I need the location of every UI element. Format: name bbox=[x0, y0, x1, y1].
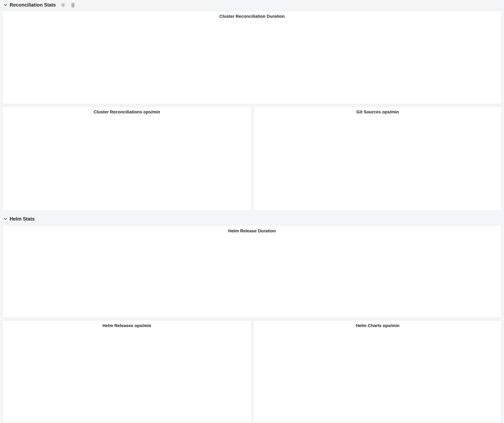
panel-title[interactable]: Git Sources ops/min bbox=[254, 110, 501, 114]
panel-helm-charts-opm: Helm Charts ops/min bbox=[254, 320, 502, 422]
gear-icon[interactable] bbox=[60, 2, 66, 8]
section-header-helm-stats[interactable]: Helm Stats bbox=[0, 214, 35, 224]
panel-title[interactable]: Helm Releases ops/min bbox=[3, 323, 251, 328]
panel-helm-releases-opm: Helm Releases ops/min bbox=[2, 320, 251, 422]
panel-title[interactable]: Cluster Reconciliation Duration bbox=[3, 14, 501, 19]
panel-title[interactable]: Cluster Reconciliations ops/min bbox=[3, 110, 251, 114]
panel-title[interactable]: Helm Release Duration bbox=[3, 229, 501, 234]
panel-git-sources-opm: Git Sources ops/min bbox=[254, 106, 502, 211]
grafana-dashboard: Reconciliation Stats Cluster Reconciliat… bbox=[0, 0, 504, 423]
section-title[interactable]: Helm Stats bbox=[10, 216, 35, 222]
chevron-down-icon[interactable] bbox=[4, 218, 7, 220]
chevron-down-icon[interactable] bbox=[4, 4, 7, 6]
panel-title[interactable]: Helm Charts ops/min bbox=[254, 323, 501, 328]
section-header-reconciliation-stats[interactable]: Reconciliation Stats bbox=[0, 0, 75, 10]
section-title[interactable]: Reconciliation Stats bbox=[10, 2, 56, 8]
panel-helm-release-duration: Helm Release Duration bbox=[2, 225, 502, 318]
panel-cluster-reconciliation-duration: Cluster Reconciliation Duration bbox=[2, 11, 502, 104]
panel-cluster-reconciliations-opm: Cluster Reconciliations ops/min bbox=[2, 106, 251, 211]
trash-icon[interactable] bbox=[71, 2, 75, 8]
